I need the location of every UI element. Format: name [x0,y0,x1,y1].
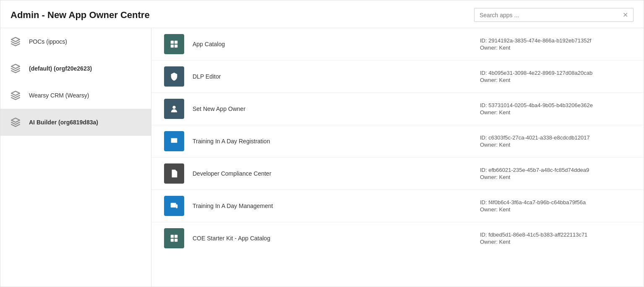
sidebar-item-default[interactable]: (default) (orgf20e2623) [0,55,151,82]
sidebar-item-label: POCs (ippocs) [29,38,67,45]
svg-rect-1 [175,41,177,44]
app-id: ID: efb66021-235e-45b7-a48c-fc85d74ddea9 [480,167,631,173]
app-icon [164,131,184,151]
app-row[interactable]: App CatalogID: 2914192a-3835-474e-866a-b… [151,28,644,61]
header: Admin - New App Owner Centre ✕ [0,0,644,28]
app-id: ID: fdbed5d1-86e8-41c5-b383-aff222113c71 [480,232,631,238]
sidebar: POCs (ippocs) (default) (orgf20e2623) We… [0,28,151,287]
app-owner: Owner: Kent [480,239,631,245]
app-owner: Owner: Kent [480,77,631,83]
app-id: ID: 2914192a-3835-474e-866a-b192eb71352f [480,37,631,44]
svg-point-4 [172,106,175,109]
app-row[interactable]: Developer Compliance CenterID: efb66021-… [151,158,644,190]
app-meta: ID: 4b095e31-3098-4e22-8969-127d08a20cab… [480,70,631,83]
app-icon [164,34,184,54]
app-icon [164,66,184,87]
app-name: Training In A Day Management [193,203,302,209]
app-meta: ID: fdbed5d1-86e8-41c5-b383-aff222113c71… [480,232,631,245]
app-owner: Owner: Kent [480,109,631,116]
app-name: Developer Compliance Center [193,170,302,177]
app-id: ID: c6303f5c-27ca-4021-a338-e8cdcdb12017 [480,134,631,141]
svg-rect-15 [171,239,174,242]
svg-rect-14 [175,235,177,238]
app-icon [164,196,184,216]
svg-rect-16 [175,239,177,242]
sidebar-item-pocs[interactable]: POCs (ippocs) [0,28,151,55]
app-row[interactable]: Training In A Day ManagementID: f4f0b6c4… [151,190,644,222]
app-meta: ID: f4f0b6c4-3f6a-4ca7-b96b-c64bba79f56a… [480,199,631,213]
svg-rect-13 [171,235,174,238]
sidebar-item-aibuilder[interactable]: AI Builder (org6819d83a) [0,109,151,136]
layers-icon [9,89,22,102]
app-icon [164,99,184,119]
close-icon[interactable]: ✕ [623,11,628,19]
svg-rect-2 [171,45,174,47]
svg-point-7 [172,142,173,142]
app-meta: ID: c6303f5c-27ca-4021-a338-e8cdcdb12017… [480,134,631,148]
svg-rect-0 [171,41,174,44]
app-row[interactable]: COE Starter Kit - App CatalogID: fdbed5d… [151,222,644,254]
app-row[interactable]: Set New App OwnerID: 53731014-0205-4ba4-… [151,93,644,125]
sidebar-item-label: (default) (orgf20e2623) [29,65,92,72]
svg-rect-10 [171,203,176,208]
app-id: ID: 53731014-0205-4ba4-9b05-b4b3206e362e [480,102,631,108]
app-meta: ID: 2914192a-3835-474e-866a-b192eb71352f… [480,37,631,51]
main-content: POCs (ippocs) (default) (orgf20e2623) We… [0,28,644,287]
app-id: ID: f4f0b6c4-3f6a-4ca7-b96b-c64bba79f56a [480,199,631,205]
sidebar-item-label: Wearsy CRM (Wearsy) [29,92,89,99]
page-container: Admin - New App Owner Centre ✕ POCs (ipp… [0,0,644,287]
svg-rect-3 [175,45,177,47]
app-name: COE Starter Kit - App Catalog [193,235,302,242]
app-name: Set New App Owner [193,105,302,112]
page-title: Admin - New App Owner Centre [10,10,150,21]
app-name: App Catalog [193,41,302,47]
layers-icon [9,116,22,129]
search-container: ✕ [474,8,634,22]
search-input[interactable] [480,12,619,18]
app-name: DLP Editor [193,73,302,80]
sidebar-item-wearsy[interactable]: Wearsy CRM (Wearsy) [0,82,151,109]
sidebar-item-label: AI Builder (org6819d83a) [29,119,98,126]
layers-icon [9,62,22,75]
app-icon [164,163,184,184]
app-meta: ID: 53731014-0205-4ba4-9b05-b4b3206e362e… [480,102,631,116]
layers-icon [9,35,22,48]
app-list: App CatalogID: 2914192a-3835-474e-866a-b… [151,28,644,287]
app-id: ID: 4b095e31-3098-4e22-8969-127d08a20cab [480,70,631,76]
app-owner: Owner: Kent [480,206,631,213]
app-row[interactable]: DLP EditorID: 4b095e31-3098-4e22-8969-12… [151,61,644,93]
app-name: Training In A Day Registration [193,138,302,145]
app-owner: Owner: Kent [480,142,631,148]
app-row[interactable]: Training In A Day RegistrationID: c6303f… [151,125,644,158]
app-icon [164,228,184,248]
app-meta: ID: efb66021-235e-45b7-a48c-fc85d74ddea9… [480,167,631,180]
app-owner: Owner: Kent [480,45,631,51]
app-owner: Owner: Kent [480,174,631,180]
